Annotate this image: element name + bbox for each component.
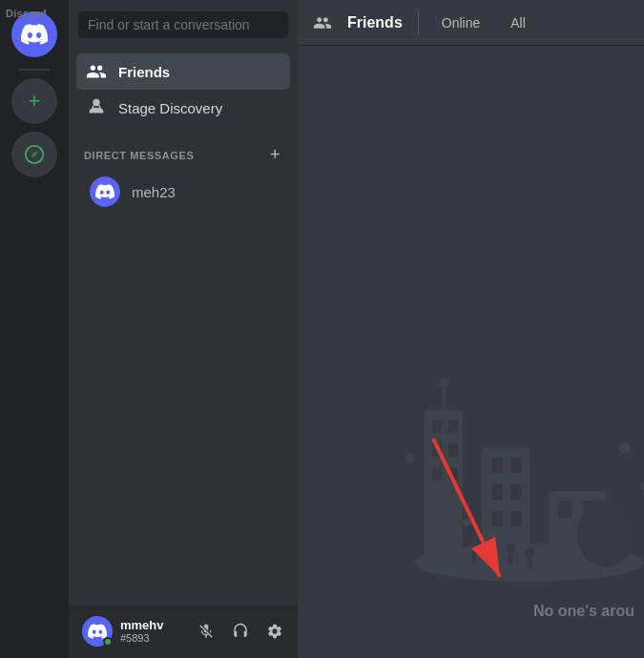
stage-discovery-nav-label: Stage Discovery xyxy=(118,100,222,116)
svg-rect-6 xyxy=(432,420,442,433)
user-bottom-avatar xyxy=(82,616,113,647)
header-friends-icon xyxy=(313,13,332,32)
svg-rect-14 xyxy=(482,448,530,563)
main-body: No one's arou xyxy=(298,46,644,658)
discord-wordmark: Discord xyxy=(6,8,47,19)
dm-sidebar: Friends Stage Discovery DIRECT MESSAGES … xyxy=(69,0,298,658)
main-header: Friends Online All xyxy=(298,0,644,46)
stage-discovery-nav-item[interactable]: Stage Discovery xyxy=(76,90,290,126)
svg-rect-8 xyxy=(432,443,442,457)
username-label: mmehv xyxy=(120,618,164,633)
mute-button[interactable] xyxy=(191,616,221,647)
svg-point-36 xyxy=(525,548,534,558)
header-divider xyxy=(418,11,419,34)
dm-username: meh23 xyxy=(132,184,176,200)
main-content: Friends Online All xyxy=(298,0,644,658)
svg-rect-17 xyxy=(491,484,503,500)
svg-rect-7 xyxy=(448,420,458,433)
friends-nav-item[interactable]: Friends xyxy=(76,53,290,90)
svg-rect-28 xyxy=(604,553,609,567)
svg-rect-18 xyxy=(510,484,522,500)
friends-nav-label: Friends xyxy=(118,64,170,80)
add-dm-button[interactable]: + xyxy=(268,145,282,165)
svg-rect-15 xyxy=(491,458,503,473)
svg-marker-2 xyxy=(30,150,38,158)
svg-rect-5 xyxy=(425,410,463,563)
user-panel: mmehv #5893 xyxy=(69,605,298,658)
tab-all[interactable]: All xyxy=(503,11,533,34)
server-sidebar: Discord + xyxy=(0,0,69,658)
deafen-button[interactable] xyxy=(225,616,256,647)
svg-rect-33 xyxy=(488,558,494,569)
online-indicator xyxy=(103,637,113,647)
dm-section-header: DIRECT MESSAGES + xyxy=(69,130,298,169)
user-settings-button[interactable] xyxy=(260,616,290,647)
add-server-button[interactable]: + xyxy=(11,78,57,124)
no-one-text: No one's arou xyxy=(533,603,634,620)
svg-point-34 xyxy=(506,544,515,553)
user-tag-label: #5893 xyxy=(120,632,164,645)
illustration xyxy=(339,238,644,601)
bottom-icons xyxy=(191,616,290,647)
svg-rect-35 xyxy=(508,553,513,565)
svg-rect-22 xyxy=(558,501,571,518)
friends-icon xyxy=(86,61,107,82)
tab-online[interactable]: Online xyxy=(434,11,488,34)
search-input[interactable] xyxy=(78,11,288,38)
direct-messages-label: DIRECT MESSAGES xyxy=(84,150,194,161)
avatar xyxy=(90,176,120,207)
svg-rect-11 xyxy=(448,467,458,481)
explore-button[interactable] xyxy=(11,132,57,177)
svg-point-26 xyxy=(463,519,470,526)
svg-point-32 xyxy=(487,548,496,558)
user-text: mmehv #5893 xyxy=(120,618,164,646)
svg-rect-16 xyxy=(510,458,522,473)
svg-rect-37 xyxy=(527,558,532,569)
dm-user-item[interactable]: meh23 xyxy=(76,169,290,215)
svg-point-13 xyxy=(439,379,448,388)
stage-icon xyxy=(86,97,107,118)
svg-rect-24 xyxy=(472,524,476,563)
svg-rect-10 xyxy=(432,467,442,481)
svg-rect-9 xyxy=(448,443,458,457)
dm-search-container xyxy=(69,0,298,50)
avatar-inner xyxy=(90,176,120,207)
svg-point-31 xyxy=(405,453,415,463)
server-divider xyxy=(19,69,50,71)
svg-rect-19 xyxy=(491,511,503,526)
add-server-icon: + xyxy=(29,89,41,113)
user-info-button[interactable]: mmehv #5893 xyxy=(76,612,187,650)
svg-rect-20 xyxy=(510,511,522,526)
sidebar-spacer xyxy=(69,215,298,605)
dm-nav: Friends Stage Discovery xyxy=(69,50,298,130)
header-friends-title: Friends xyxy=(347,14,403,31)
svg-point-29 xyxy=(619,442,631,454)
svg-point-30 xyxy=(640,483,644,490)
